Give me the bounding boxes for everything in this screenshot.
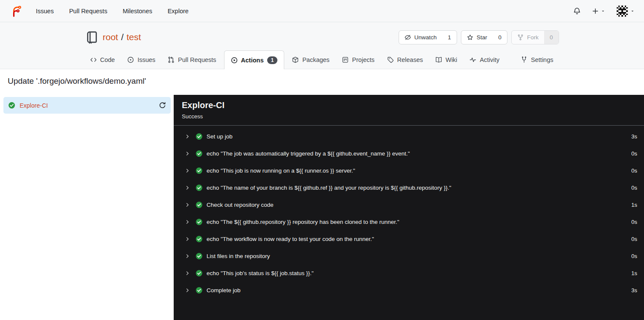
step-duration: 3s: [631, 133, 637, 140]
run-view: Explore-CI Explore-CI Success Set up job…: [0, 95, 644, 320]
chevron-right-icon[interactable]: [185, 219, 190, 225]
watchers-count[interactable]: 1: [442, 31, 457, 44]
nav-milestones[interactable]: Milestones: [122, 8, 152, 15]
star-button-group: Star 0: [461, 30, 507, 44]
caret-down-icon: [630, 9, 635, 13]
chevron-right-icon[interactable]: [185, 168, 190, 173]
step-row[interactable]: echo "The workflow is now ready to test …: [174, 230, 644, 247]
check-circle-icon: [195, 235, 203, 243]
forks-count: 0: [544, 31, 559, 44]
step-row[interactable]: Complete job 3s: [174, 282, 644, 299]
repo-header: root/test Unwatch 1 Star: [0, 22, 644, 69]
fork-button-group: Fork 0: [511, 30, 559, 44]
rerun-job-icon[interactable]: [159, 102, 166, 109]
step-duration: 0s: [631, 253, 637, 259]
check-circle-icon: [195, 133, 203, 140]
check-circle-icon: [195, 184, 203, 191]
fork-icon: [517, 34, 524, 41]
job-log-panel: Explore-CI Success Set up job 3s: [174, 95, 644, 320]
issue-icon: [127, 56, 134, 63]
check-circle-icon: [195, 201, 203, 208]
tab-activity[interactable]: Activity: [465, 51, 504, 69]
run-title-zone: Update '.forgejo/workflows/demo.yaml': [0, 69, 644, 95]
step-duration: 1s: [631, 202, 637, 208]
job-panel-title: Explore-CI: [182, 100, 636, 110]
fork-button: Fork: [512, 31, 544, 44]
check-circle-icon: [195, 252, 203, 260]
avatar: [616, 5, 628, 17]
nav-pull-requests[interactable]: Pull Requests: [69, 8, 107, 15]
run-title: Update '.forgejo/workflows/demo.yaml': [8, 76, 644, 86]
tab-pull-requests[interactable]: Pull Requests: [163, 51, 221, 69]
tab-wiki[interactable]: Wiki: [431, 51, 462, 69]
chevron-right-icon[interactable]: [185, 185, 190, 191]
step-list: Set up job 3s echo "The job was automati…: [174, 126, 644, 299]
forgejo-logo-icon[interactable]: [9, 4, 23, 18]
watch-button-group: Unwatch 1: [399, 30, 457, 44]
job-name-link[interactable]: Explore-CI: [20, 102, 48, 109]
forgejo-actions-page: Issues Pull Requests Milestones Explore: [0, 0, 644, 320]
job-item-explore-ci[interactable]: Explore-CI: [3, 97, 171, 114]
repo-action-buttons: Unwatch 1 Star 0 Fork: [399, 30, 559, 44]
chevron-right-icon[interactable]: [185, 202, 190, 208]
repo-icon: [85, 31, 99, 44]
step-duration: 0s: [631, 219, 637, 225]
chevron-right-icon[interactable]: [185, 134, 190, 139]
step-row[interactable]: Set up job 3s: [174, 128, 644, 145]
navbar-right: [573, 5, 635, 17]
tab-packages[interactable]: Packages: [287, 51, 334, 69]
jobs-sidebar: Explore-CI: [0, 95, 174, 320]
step-duration: 0s: [631, 185, 637, 191]
repo-tabs: Code Issues Pull Requests: [85, 50, 559, 69]
plus-icon: [592, 8, 599, 15]
notifications-button[interactable]: [573, 7, 581, 15]
nav-explore[interactable]: Explore: [168, 8, 189, 15]
project-icon: [342, 56, 349, 63]
check-circle-icon: [8, 102, 15, 109]
nav-issues[interactable]: Issues: [36, 8, 54, 15]
step-row[interactable]: Check out repository code 1s: [174, 196, 644, 213]
repo-owner-link[interactable]: root: [103, 32, 118, 42]
stars-count[interactable]: 0: [492, 31, 507, 44]
step-row[interactable]: echo "The job was automatically triggere…: [174, 145, 644, 162]
package-icon: [292, 56, 299, 63]
chevron-right-icon[interactable]: [185, 288, 190, 293]
check-circle-icon: [195, 270, 203, 277]
step-row[interactable]: echo "The name of your branch is ${{ git…: [174, 179, 644, 196]
check-circle-icon: [195, 218, 203, 226]
unwatch-button[interactable]: Unwatch: [399, 31, 443, 44]
chevron-right-icon[interactable]: [185, 253, 190, 259]
step-row[interactable]: echo "This job's status is ${{ job.statu…: [174, 264, 644, 282]
user-menu-button[interactable]: [616, 5, 635, 17]
tab-releases[interactable]: Releases: [382, 51, 428, 69]
repo-title: root/test: [103, 32, 141, 42]
star-button[interactable]: Star: [461, 31, 493, 44]
actions-icon: [231, 57, 238, 64]
star-icon: [467, 34, 473, 41]
code-icon: [90, 56, 97, 63]
top-navbar: Issues Pull Requests Milestones Explore: [0, 0, 644, 22]
main-nav: Issues Pull Requests Milestones Explore: [36, 8, 189, 15]
tab-badge: 1: [267, 56, 278, 64]
tab-settings[interactable]: Settings: [516, 51, 558, 69]
chevron-right-icon[interactable]: [185, 236, 190, 242]
tab-issues[interactable]: Issues: [122, 51, 160, 69]
tab-actions[interactable]: Actions 1: [224, 50, 285, 69]
caret-down-icon: [601, 9, 605, 13]
chevron-right-icon[interactable]: [185, 270, 190, 276]
step-duration: 0s: [631, 150, 637, 157]
create-new-button[interactable]: [592, 8, 605, 15]
settings-icon: [521, 56, 527, 63]
pull-request-icon: [168, 56, 175, 63]
tab-projects[interactable]: Projects: [337, 51, 379, 69]
eye-slash-icon: [405, 34, 411, 41]
check-circle-icon: [195, 150, 203, 157]
check-circle-icon: [195, 287, 203, 294]
step-row[interactable]: echo "This job is now running on a ${{ r…: [174, 162, 644, 179]
repo-name-link[interactable]: test: [127, 32, 141, 42]
tab-code[interactable]: Code: [85, 51, 120, 69]
activity-icon: [469, 56, 476, 63]
chevron-right-icon[interactable]: [185, 151, 190, 156]
step-row[interactable]: List files in the repository 0s: [174, 247, 644, 264]
step-row[interactable]: echo "The ${{ github.repository }} repos…: [174, 213, 644, 230]
